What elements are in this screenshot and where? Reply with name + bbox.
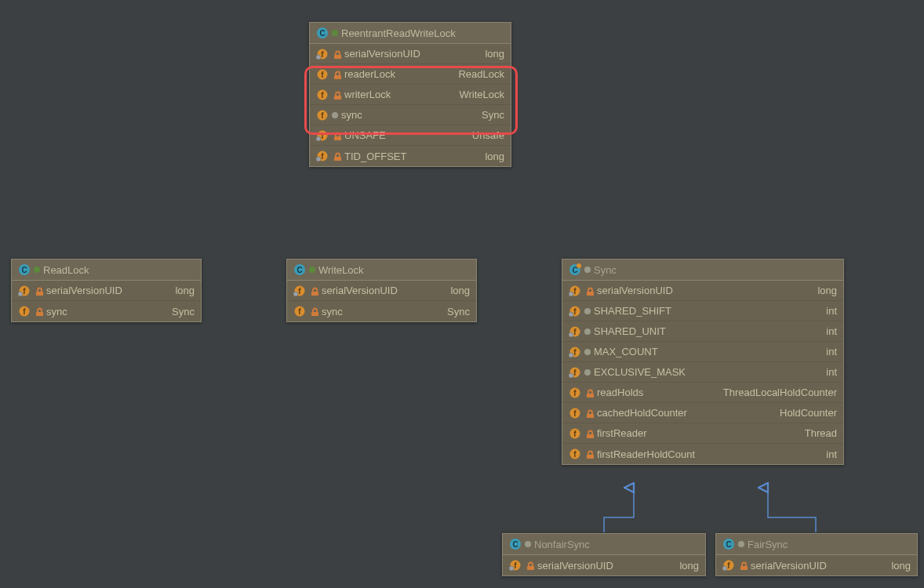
lock-icon — [332, 70, 341, 79]
class-header: NonfairSync — [503, 534, 705, 555]
visibility-icon — [34, 267, 40, 273]
field-type: ThreadLocalHoldCounter — [723, 387, 837, 398]
visibility-icon — [584, 308, 591, 314]
field-row[interactable]: SHARED_SHIFT int — [562, 301, 843, 321]
field-row[interactable]: serialVersionUID long — [12, 281, 201, 301]
field-row[interactable]: readHolds ThreadLocalHoldCounter — [562, 383, 843, 403]
lock-icon — [332, 90, 341, 100]
field-name: serialVersionUID — [322, 285, 398, 296]
field-row[interactable]: firstReader Thread — [562, 423, 843, 444]
field-row[interactable]: firstReaderHoldCount int — [562, 444, 843, 464]
class-nonfair-sync[interactable]: NonfairSync serialVersionUID long — [502, 533, 706, 576]
lock-icon — [309, 286, 318, 296]
class-read-lock[interactable]: ReadLock serialVersionUID long sync Sync — [11, 259, 202, 322]
field-row[interactable]: cachedHoldCounter HoldCounter — [562, 403, 843, 423]
field-icon — [316, 89, 329, 101]
class-fair-sync[interactable]: FairSync serialVersionUID long — [715, 533, 918, 576]
visibility-icon — [738, 541, 744, 547]
field-type: long — [817, 285, 837, 296]
field-row[interactable]: MAX_COUNT int — [562, 342, 843, 362]
field-type: long — [485, 151, 504, 162]
lock-icon — [584, 286, 594, 296]
field-name: serialVersionUID — [46, 285, 122, 296]
visibility-icon — [584, 328, 591, 335]
field-type: Thread — [805, 427, 837, 439]
class-sync[interactable]: Sync serialVersionUID long SHARED_SHIFT … — [562, 259, 844, 465]
field-icon — [316, 129, 329, 142]
field-name: cachedHoldCounter — [597, 407, 687, 419]
field-type: int — [826, 325, 837, 337]
field-row[interactable]: readerLock ReadLock — [310, 64, 511, 85]
class-icon — [316, 27, 329, 39]
field-icon — [569, 366, 581, 379]
lock-icon — [525, 561, 534, 570]
field-name: firstReader — [597, 427, 647, 439]
lock-icon — [332, 151, 341, 161]
field-row[interactable]: TID_OFFSET long — [310, 146, 511, 166]
field-icon — [316, 68, 329, 81]
field-type: Unsafe — [472, 129, 504, 141]
field-icon — [509, 559, 522, 572]
visibility-icon — [309, 267, 315, 273]
field-icon — [569, 407, 581, 419]
field-icon — [569, 285, 581, 297]
field-name: serialVersionUID — [597, 285, 673, 296]
field-row[interactable]: serialVersionUID long — [562, 281, 843, 301]
lock-icon — [332, 49, 341, 59]
field-name: UNSAFE — [344, 129, 386, 141]
field-row[interactable]: EXCLUSIVE_MASK int — [562, 362, 843, 383]
field-type: int — [826, 366, 837, 378]
field-icon — [569, 346, 581, 358]
field-row[interactable]: serialVersionUID long — [287, 281, 476, 301]
field-row[interactable]: SHARED_UNIT int — [562, 321, 843, 342]
field-name: firstReaderHoldCount — [597, 448, 695, 460]
field-type: HoldCounter — [780, 407, 837, 419]
field-row[interactable]: serialVersionUID long — [716, 555, 917, 575]
field-row[interactable]: writerLock WriteLock — [310, 85, 511, 105]
field-name: serialVersionUID — [751, 560, 827, 572]
lock-icon — [34, 286, 43, 296]
field-type: ReadLock — [458, 68, 504, 80]
field-icon — [18, 285, 31, 297]
field-row[interactable]: sync Sync — [287, 301, 476, 321]
field-type: WriteLock — [459, 89, 504, 100]
lock-icon — [309, 307, 318, 316]
lock-icon — [332, 131, 341, 140]
field-icon — [293, 285, 306, 297]
class-header: ReentrantReadWriteLock — [310, 23, 511, 44]
field-icon — [293, 305, 306, 318]
class-reentrant-read-write-lock[interactable]: ReentrantReadWriteLock serialVersionUID … — [309, 22, 511, 167]
class-icon — [18, 263, 31, 276]
visibility-icon — [584, 349, 591, 355]
field-name: sync — [322, 306, 343, 318]
field-icon — [569, 325, 581, 338]
field-name: MAX_COUNT — [594, 346, 658, 358]
field-icon — [569, 427, 581, 440]
visibility-icon — [584, 267, 591, 273]
lock-icon — [738, 561, 748, 570]
field-row[interactable]: sync Sync — [310, 105, 511, 125]
field-name: SHARED_SHIFT — [594, 305, 671, 317]
field-row[interactable]: serialVersionUID long — [310, 44, 511, 64]
class-write-lock[interactable]: WriteLock serialVersionUID long sync Syn… — [286, 259, 477, 322]
field-type: Sync — [447, 306, 470, 318]
class-name: Sync — [594, 264, 617, 276]
field-icon — [316, 109, 329, 122]
field-name: writerLock — [344, 89, 391, 100]
field-row[interactable]: serialVersionUID long — [503, 555, 705, 575]
class-header: Sync — [562, 260, 843, 281]
class-icon — [293, 263, 306, 276]
class-header: ReadLock — [12, 260, 201, 281]
class-name: ReadLock — [43, 264, 89, 276]
field-name: readerLock — [344, 68, 395, 80]
field-row[interactable]: sync Sync — [12, 301, 201, 321]
field-icon — [722, 559, 735, 572]
class-header: WriteLock — [287, 260, 476, 281]
class-body: serialVersionUID long readerLock ReadLoc… — [310, 44, 511, 166]
field-type: int — [826, 305, 837, 317]
field-row[interactable]: UNSAFE Unsafe — [310, 125, 511, 146]
field-type: Sync — [172, 306, 195, 318]
field-name: sync — [46, 306, 67, 318]
class-icon — [509, 538, 522, 550]
field-icon — [18, 305, 31, 318]
